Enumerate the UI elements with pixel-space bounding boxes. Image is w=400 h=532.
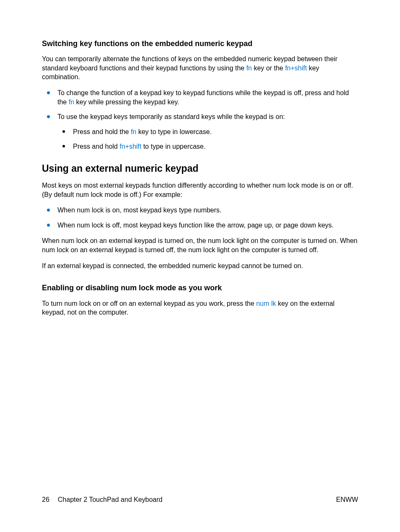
section1-heading: Switching key functions on the embedded … <box>42 39 358 49</box>
fn-key: fn <box>131 128 136 135</box>
list-item: Press and hold the fn key to type in low… <box>57 127 358 137</box>
section2-para1: When num lock on an external keypad is t… <box>42 236 358 254</box>
section1-sublist: Press and hold the fn key to type in low… <box>57 127 358 151</box>
section3-intro: To turn num lock on or off on an externa… <box>42 299 358 317</box>
text: Press and hold <box>73 143 119 150</box>
section2-heading: Using an external numeric keypad <box>42 162 358 175</box>
text: To turn num lock on or off on an externa… <box>42 300 256 307</box>
text: key while pressing the keypad key. <box>74 98 179 106</box>
fn-shift-key: fn+shift <box>119 143 141 150</box>
fn-shift-key: fn+shift <box>285 65 307 72</box>
list-item: To change the function of a keypad key t… <box>42 88 358 106</box>
text: key or the <box>252 65 285 72</box>
text: To use the keypad keys temporarily as st… <box>57 113 285 120</box>
section1-list: To change the function of a keypad key t… <box>42 88 358 151</box>
list-item: To use the keypad keys temporarily as st… <box>42 112 358 151</box>
numlk-key: num lk <box>256 300 276 307</box>
section2-intro: Most keys on most external keypads funct… <box>42 181 358 199</box>
text: Press and hold the <box>73 128 131 135</box>
section3-heading: Enabling or disabling num lock mode as y… <box>42 283 358 293</box>
footer-right: ENWW <box>336 496 358 504</box>
list-item: Press and hold fn+shift to type in upper… <box>57 142 358 151</box>
footer-left: 26 Chapter 2 TouchPad and Keyboard <box>42 496 162 504</box>
list-item: When num lock is off, most keypad keys f… <box>42 221 358 230</box>
page-content: Switching key functions on the embedded … <box>42 39 358 317</box>
fn-key: fn <box>246 65 252 72</box>
page-number: 26 <box>42 496 49 504</box>
chapter-title: Chapter 2 TouchPad and Keyboard <box>58 496 163 504</box>
section1-intro: You can temporarily alternate the functi… <box>42 54 358 82</box>
text: key to type in lowercase. <box>136 128 212 135</box>
page-footer: 26 Chapter 2 TouchPad and Keyboard ENWW <box>42 496 358 504</box>
list-item: When num lock is on, most keypad keys ty… <box>42 206 358 215</box>
section2-list: When num lock is on, most keypad keys ty… <box>42 206 358 230</box>
fn-key: fn <box>69 98 74 106</box>
text: to type in uppercase. <box>141 143 205 150</box>
section2-para2: If an external keypad is connected, the … <box>42 261 358 271</box>
